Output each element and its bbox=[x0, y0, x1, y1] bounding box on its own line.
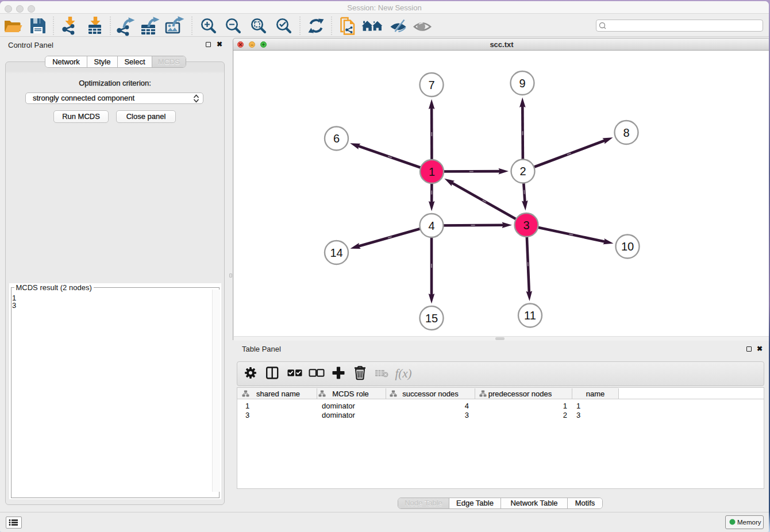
svg-text:1: 1 bbox=[428, 165, 434, 178]
svg-text:3: 3 bbox=[523, 218, 529, 231]
svg-text:7: 7 bbox=[428, 78, 434, 91]
svg-text:9: 9 bbox=[519, 76, 525, 89]
svg-text:4: 4 bbox=[428, 219, 434, 232]
svg-text:10: 10 bbox=[621, 240, 633, 253]
svg-text:8: 8 bbox=[623, 126, 629, 138]
svg-text:6: 6 bbox=[333, 132, 339, 145]
svg-text:15: 15 bbox=[425, 311, 437, 324]
svg-text:14: 14 bbox=[330, 246, 342, 259]
svg-text:11: 11 bbox=[524, 309, 536, 322]
svg-text:f(x): f(x) bbox=[395, 367, 411, 380]
svg-text:2: 2 bbox=[519, 165, 526, 178]
